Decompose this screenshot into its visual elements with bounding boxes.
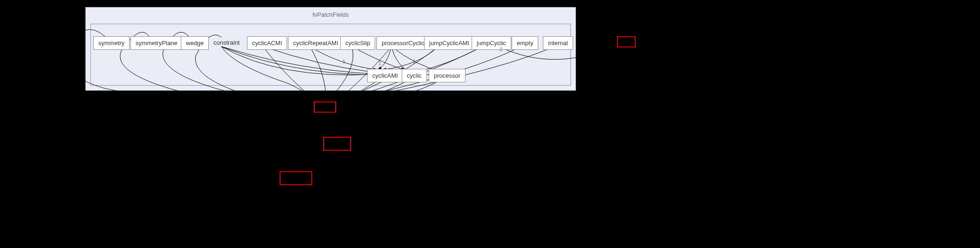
node-cyclicacmi[interactable]: cyclicACMI xyxy=(247,36,287,50)
external-ref-2[interactable] xyxy=(314,101,336,113)
external-ref-3[interactable] xyxy=(323,137,351,151)
external-ref-1[interactable] xyxy=(617,36,636,47)
inner-border xyxy=(90,24,571,86)
node-empty[interactable]: empty xyxy=(512,36,538,50)
node-jumpcyclicami[interactable]: jumpCyclicAMI xyxy=(424,36,474,50)
edge-label-2: 1 xyxy=(378,60,381,66)
node-cyclicrepeatami[interactable]: cyclicRepeatAMI xyxy=(288,36,343,50)
edge-label-4: 2 xyxy=(500,47,502,52)
node-constraint[interactable]: constraint xyxy=(209,36,244,49)
node-jumpcyclic[interactable]: jumpCyclic xyxy=(472,36,511,50)
node-cyclicami[interactable]: cyclicAMI xyxy=(367,69,403,82)
node-symmetry[interactable]: symmetry xyxy=(93,36,130,50)
node-cyclic[interactable]: cyclic xyxy=(402,69,427,82)
external-ref-4[interactable] xyxy=(280,171,312,185)
node-processorcyclic[interactable]: processorCyclic xyxy=(377,36,430,50)
node-processor[interactable]: processor xyxy=(429,69,466,82)
node-internal[interactable]: internal xyxy=(543,36,573,50)
edge-label-1: 1 xyxy=(343,59,345,64)
node-wedge[interactable]: wedge xyxy=(181,36,209,50)
node-symmetryplane[interactable]: symmetryPlane xyxy=(130,36,183,50)
edge-label-3: 1 xyxy=(413,59,416,64)
node-cyclicslip[interactable]: cyclicSlip xyxy=(340,36,375,50)
container-title: fvPatchFields xyxy=(312,11,349,18)
